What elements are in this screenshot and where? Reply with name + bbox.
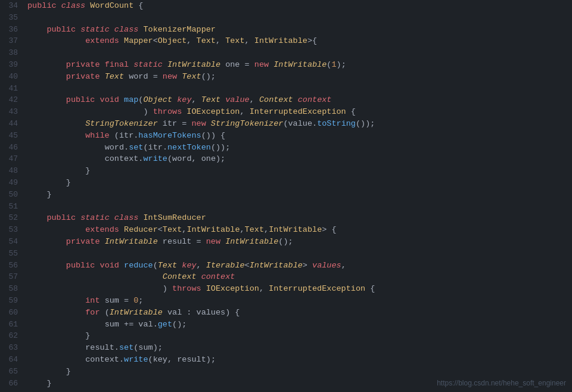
token-normal: }: [27, 190, 52, 199]
line-content: }: [25, 165, 572, 177]
token-param: context: [298, 95, 332, 104]
line-number: 38: [0, 47, 25, 59]
code-line: 42 public void map(Object key, Text valu…: [0, 94, 572, 106]
line-number: 49: [0, 177, 25, 189]
line-number: 39: [0, 59, 25, 71]
token-normal: =: [182, 119, 191, 128]
token-kw: private: [66, 60, 105, 69]
token-kw: public: [66, 261, 100, 270]
token-italic-type: IntWritable: [250, 261, 303, 270]
token-normal: ,: [341, 261, 346, 270]
token-normal: ();: [172, 320, 186, 329]
token-normal: > {: [322, 225, 336, 234]
token-class-name: IntWritable: [254, 36, 307, 45]
token-italic-type: Iterable: [206, 261, 245, 270]
token-normal: ,: [167, 355, 177, 364]
token-class-name: Text: [197, 36, 216, 45]
token-normal: [27, 237, 66, 246]
token-italic-type: Text: [105, 72, 129, 81]
token-normal: ;: [138, 296, 143, 305]
token-kw: public: [66, 95, 100, 104]
token-method: toString: [317, 119, 356, 128]
token-normal: ,: [197, 261, 206, 270]
code-line: 57 Context context: [0, 271, 572, 283]
code-line: 37 extends Mapper<Object, Text, Text, In…: [0, 35, 572, 47]
line-content: [25, 201, 572, 213]
token-normal: }: [27, 331, 90, 340]
token-normal: [27, 60, 66, 69]
token-class-name: WordCount: [90, 1, 138, 10]
token-normal: ,: [192, 95, 201, 104]
token-kw: void: [100, 261, 125, 270]
line-content: [25, 248, 572, 260]
token-italic-type: IntWritable: [110, 308, 167, 317]
token-class-name: TokenizerMapper: [143, 25, 216, 34]
line-number: 64: [0, 354, 25, 366]
token-italic-kw: class: [61, 1, 91, 10]
code-line: 51: [0, 201, 572, 213]
token-normal: >: [303, 261, 312, 270]
line-number: 47: [0, 153, 25, 165]
line-number: 34: [0, 0, 25, 12]
token-method: map: [124, 95, 138, 104]
code-line: 64 context.write(key, result);: [0, 354, 572, 366]
token-method: reduce: [124, 261, 153, 270]
token-italic-type: IntWritable: [273, 60, 327, 69]
token-normal: ,: [240, 107, 249, 116]
token-normal: ();: [201, 72, 216, 81]
line-content: ) throws IOException, InterruptedExcepti…: [25, 106, 572, 118]
token-normal: );: [153, 343, 163, 352]
token-method: get: [158, 320, 172, 329]
token-method: write: [124, 355, 148, 364]
token-method: set: [119, 343, 133, 352]
code-line: 41: [0, 83, 572, 95]
token-normal: ());: [356, 119, 375, 128]
line-content: context.write(word, one);: [25, 153, 572, 165]
line-number: 43: [0, 106, 25, 118]
token-normal: =: [153, 72, 163, 81]
line-content: }: [25, 189, 572, 201]
token-field: word: [129, 72, 153, 81]
token-normal: =: [197, 237, 206, 246]
token-normal: ,: [191, 154, 201, 163]
token-italic-kw: static: [80, 25, 114, 34]
token-normal: (: [143, 143, 148, 152]
line-content: extends Mapper<Object, Text, Text, IntWr…: [25, 35, 572, 47]
token-class-name: IntWritable: [269, 225, 322, 234]
line-content: word.set(itr.nextToken());: [25, 142, 572, 154]
token-class-name: InterruptedException: [250, 107, 351, 116]
token-normal: [27, 343, 85, 352]
code-line: 39 private final static IntWritable one …: [0, 59, 572, 71]
line-number: 58: [0, 283, 25, 295]
token-normal: [27, 296, 85, 305]
line-content: Context context: [25, 271, 572, 283]
line-number: 36: [0, 24, 25, 36]
token-normal: [27, 36, 85, 45]
token-field: one: [201, 154, 216, 163]
token-normal: .: [114, 343, 119, 352]
code-line: 36 public static class TokenizerMapper: [0, 24, 572, 36]
line-content: public static class TokenizerMapper: [25, 24, 572, 36]
token-field: value: [288, 119, 313, 128]
token-normal: ,: [240, 225, 245, 234]
token-normal: ) {: [225, 308, 240, 317]
token-kw: new: [254, 60, 273, 69]
code-line: 47 context.write(word, one);: [0, 153, 572, 165]
token-kw: void: [100, 95, 125, 104]
token-normal: >{: [307, 36, 317, 45]
token-normal: (: [167, 154, 172, 163]
token-normal: [27, 213, 46, 222]
token-field: result: [85, 343, 114, 352]
token-italic-type: Context: [163, 272, 201, 281]
token-italic-kw: static: [80, 213, 114, 222]
code-line: 45 while (itr.hasMoreTokens()) {: [0, 130, 572, 142]
token-kw: throws: [153, 107, 187, 116]
token-normal: [27, 95, 66, 104]
token-normal: ());: [211, 143, 230, 152]
token-italic-kw: class: [114, 213, 144, 222]
line-content: for (IntWritable val : values) {: [25, 307, 572, 319]
line-content: int sum = 0;: [25, 295, 572, 307]
token-normal: .: [124, 143, 129, 152]
line-content: public void map(Object key, Text value, …: [25, 94, 572, 106]
token-field: result: [163, 237, 197, 246]
